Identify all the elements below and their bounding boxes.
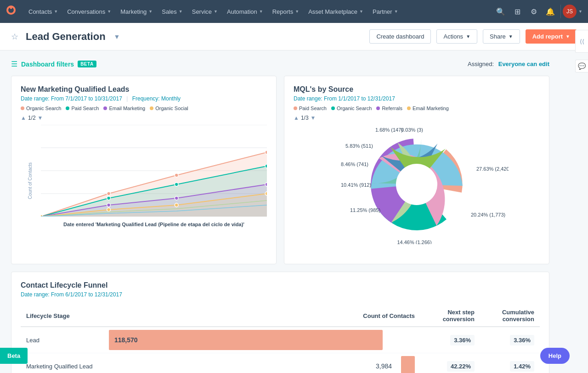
avatar-caret[interactable]: ▼: [578, 9, 582, 14]
add-report-caret: ▼: [565, 34, 570, 39]
funnel-next-lead: 3.36%: [420, 327, 480, 353]
page-next[interactable]: ▼: [38, 115, 43, 121]
assigned-link[interactable]: Everyone can edit: [498, 61, 549, 67]
nav-service[interactable]: Service ▼: [187, 0, 222, 23]
actions-button[interactable]: Actions ▼: [436, 29, 477, 44]
nav-asset-marketplace[interactable]: Asset Marketplace ▼: [304, 0, 368, 23]
source-pagination: ▲ 1/3 ▼: [294, 115, 540, 121]
source-page-prev[interactable]: ▲: [294, 115, 299, 121]
legend-organic-social: Organic Social: [150, 106, 188, 111]
funnel-next-mql: 42.22%: [420, 353, 480, 373]
filters-left: ☰ Dashboard filters BETA: [11, 60, 96, 68]
line-chart-svg: 10K 7.5K 5K 2.5K 0: [41, 125, 267, 217]
grid-icon[interactable]: ⊞: [509, 3, 526, 20]
funnel-subtitle: Date range: From 6/1/2017 to 12/31/2017: [21, 291, 540, 298]
nav-contacts[interactable]: Contacts ▼: [24, 0, 62, 23]
mql-source-card: MQL's by Source Date range: From 1/1/201…: [284, 76, 549, 264]
legend-organic-search: Organic Search: [21, 106, 61, 111]
funnel-card: Contact Lifecycle Funnel Date range: Fro…: [11, 272, 549, 373]
avatar[interactable]: JS: [563, 5, 577, 18]
share-caret: ▼: [509, 34, 513, 39]
svg-point-30: [107, 208, 111, 212]
mql-pagination: ▲ 1/2 ▼: [21, 115, 267, 121]
mql-source-legend: Paid Search Organic Search Referrals Ema…: [294, 106, 540, 111]
funnel-bar-mql: 3,984: [103, 353, 420, 373]
svg-text:0.03% (3): 0.03% (3): [401, 127, 423, 133]
top-nav: Contacts ▼ Conversations ▼ Marketing ▼ S…: [0, 0, 588, 23]
funnel-col-stage: Lifecycle Stage: [21, 305, 103, 327]
filters-bar: ☰ Dashboard filters BETA Assigned: Every…: [11, 60, 549, 68]
search-icon[interactable]: 🔍: [492, 3, 509, 20]
svg-text:11.25% (985): 11.25% (985): [350, 207, 380, 213]
funnel-col-cumulative: Cumulative conversion: [480, 305, 540, 327]
funnel-title: Contact Lifecycle Funnel: [21, 281, 540, 289]
nav-conversations[interactable]: Conversations ▼: [62, 0, 116, 23]
title-dropdown-caret[interactable]: ▼: [114, 33, 120, 40]
svg-point-27: [265, 183, 267, 186]
svg-text:1.68% (147): 1.68% (147): [375, 127, 403, 133]
settings-icon[interactable]: ⚙: [526, 3, 542, 20]
page-title: Lead Generation: [26, 31, 106, 43]
legend-referrals: Referrals: [376, 106, 402, 111]
hubspot-logo[interactable]: [6, 5, 17, 18]
svg-point-15: [107, 192, 111, 195]
legend-paid-search-source: Paid Search: [294, 106, 327, 111]
nav-automation[interactable]: Automation ▼: [222, 0, 268, 23]
svg-point-37: [396, 164, 437, 205]
nav-partner-caret: ▼: [394, 9, 398, 14]
line-chart-container: Count of Contacts 10K 7.5K 5K 2.5K 0: [21, 125, 267, 255]
mql-card-subtitle: Date range: From 7/1/2017 to 10/31/2017 …: [21, 95, 267, 102]
svg-point-26: [175, 196, 178, 200]
nav-marketing-caret: ▼: [148, 9, 153, 14]
add-report-button[interactable]: Add report ▼: [526, 29, 577, 44]
star-icon[interactable]: ☆: [11, 32, 18, 42]
chat-icon[interactable]: 💬: [575, 60, 588, 72]
pie-chart-container: 27.63% (2,420) 20.24% (1,773) 14.46% (1,…: [294, 125, 540, 244]
mql-card-title: New Marketing Qualified Leads: [21, 85, 267, 94]
svg-text:8.46% (741): 8.46% (741): [341, 161, 368, 167]
svg-point-17: [265, 150, 267, 154]
dashboard-filters-label[interactable]: Dashboard filters: [21, 61, 74, 68]
funnel-row-lead: Lead 118,570 3.36% 3.36%: [21, 327, 540, 353]
source-page-next[interactable]: ▼: [311, 115, 316, 121]
filter-icon: ☰: [11, 60, 17, 68]
funnel-row-mql: Marketing Qualified Lead 3,984 42.22% 1.…: [21, 353, 540, 373]
svg-point-21: [175, 183, 178, 186]
svg-text:5.83% (511): 5.83% (511): [345, 143, 373, 149]
svg-point-25: [107, 203, 111, 207]
share-button[interactable]: Share ▼: [483, 29, 520, 44]
nav-asset-marketplace-caret: ▼: [359, 9, 363, 14]
nav-sales[interactable]: Sales ▼: [157, 0, 187, 23]
funnel-col-next: Next step conversion: [420, 305, 480, 327]
create-dashboard-button[interactable]: Create dashboard: [369, 29, 431, 44]
funnel-cumulative-mql: 1.42%: [480, 353, 540, 373]
svg-point-2: [10, 7, 12, 9]
funnel-stage-mql: Marketing Qualified Lead: [21, 353, 103, 373]
legend-email-marketing-source: Email Marketing: [407, 106, 449, 111]
bell-icon[interactable]: 🔔: [542, 3, 559, 20]
dashboard-grid: New Marketing Qualified Leads Date range…: [11, 76, 549, 264]
nav-conversations-caret: ▼: [107, 9, 111, 14]
svg-point-22: [265, 164, 267, 168]
pie-chart-svg: 27.63% (2,420) 20.24% (1,773) 14.46% (1,…: [325, 125, 509, 244]
mql-source-title: MQL's by Source: [294, 85, 540, 94]
main-content: ☰ Dashboard filters BETA Assigned: Every…: [0, 50, 560, 373]
nav-reports-caret: ▼: [295, 9, 299, 14]
x-axis-label: Date entered 'Marketing Qualified Lead (…: [41, 222, 267, 227]
nav-reports[interactable]: Reports ▼: [268, 0, 304, 23]
nav-partner[interactable]: Partner ▼: [368, 0, 403, 23]
funnel-col-count: Count of Contacts: [103, 305, 420, 327]
page-prev[interactable]: ▲: [21, 115, 26, 121]
svg-point-31: [175, 203, 178, 207]
beta-button[interactable]: Beta: [0, 348, 28, 364]
legend-email-marketing: Email Marketing: [103, 106, 145, 111]
y-axis-label: Count of Contacts: [28, 181, 33, 199]
legend-organic-search-source: Organic Search: [331, 106, 372, 111]
svg-text:14.46% (1,266): 14.46% (1,266): [397, 239, 431, 244]
sidebar-toggle[interactable]: ⟨⟨: [575, 30, 588, 53]
mql-legend: Organic Search Paid Search Email Marketi…: [21, 106, 267, 111]
help-button[interactable]: Help: [540, 348, 570, 364]
nav-contacts-caret: ▼: [54, 9, 58, 14]
nav-marketing[interactable]: Marketing ▼: [116, 0, 157, 23]
funnel-table: Lifecycle Stage Count of Contacts Next s…: [21, 305, 540, 373]
